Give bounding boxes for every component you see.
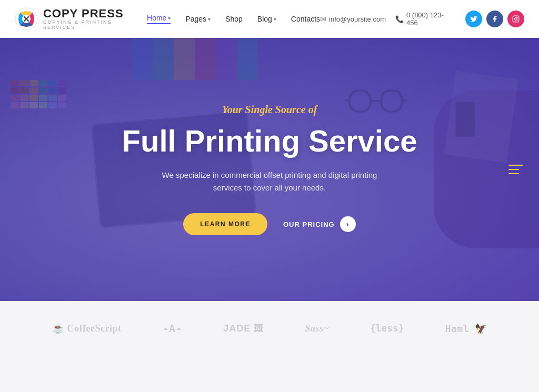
brand-angular: -A- [163, 322, 183, 335]
brand-less: {less} [370, 323, 404, 334]
hero-title: Full Printing Service [122, 124, 417, 158]
logo-main-text: COPY PRESS [43, 7, 147, 20]
hero-menu-lines[interactable] [508, 165, 523, 174]
hero-description: We specialize in commercial offset print… [159, 169, 380, 194]
phone-icon: 📞 [395, 15, 404, 23]
site-header: COPY PRESS COPYING & PRINTING SERVICES H… [0, 0, 539, 38]
email-icon: ✉ [320, 15, 326, 23]
svg-point-6 [515, 18, 517, 21]
menu-line-top [508, 165, 523, 166]
nav-blog[interactable]: Blog ▾ [257, 15, 276, 23]
learn-more-button[interactable]: LEARN MORE [183, 213, 267, 235]
logo[interactable]: COPY PRESS COPYING & PRINTING SERVICES [15, 7, 147, 31]
menu-line-bot [508, 173, 519, 174]
instagram-icon [512, 15, 520, 23]
logo-text: COPY PRESS COPYING & PRINTING SERVICES [43, 7, 147, 31]
header-right: ✉ info@yoursite.com 📞 0 (800) 123-456 [320, 11, 524, 27]
hero-subtitle: Your Single Source of [122, 104, 417, 116]
arrow-circle-icon: › [340, 216, 356, 232]
phone-contact[interactable]: 📞 0 (800) 123-456 [395, 11, 455, 27]
social-icons [465, 11, 524, 27]
brands-strip: ☕ CoffeeScript -A- JADE 🖼 Sass~ {less} H… [0, 301, 539, 356]
brand-jade: JADE 🖼 [223, 323, 264, 334]
facebook-icon [491, 15, 498, 23]
hero-buttons: LEARN MORE OUR PRICING › [122, 213, 417, 235]
svg-point-7 [517, 17, 518, 18]
chevron-down-icon: ▾ [274, 16, 276, 22]
brand-sass: Sass~ [305, 323, 329, 334]
email-contact[interactable]: ✉ info@yoursite.com [320, 15, 386, 23]
coffee-icon: ☕ [52, 323, 64, 334]
hero-section: Your Single Source of Full Printing Serv… [0, 38, 539, 301]
brand-coffeescript: ☕ CoffeeScript [52, 323, 121, 334]
menu-line-mid [508, 169, 519, 170]
nav-contacts[interactable]: Contacts [291, 15, 320, 23]
our-pricing-button[interactable]: OUR PRICING › [283, 216, 356, 232]
twitter-icon [470, 15, 477, 23]
hero-content: Your Single Source of Full Printing Serv… [112, 104, 428, 236]
nav-home[interactable]: Home ▾ [147, 14, 171, 24]
chevron-down-icon: ▾ [168, 15, 171, 21]
instagram-button[interactable] [507, 11, 524, 27]
contact-info: ✉ info@yoursite.com 📞 0 (800) 123-456 [320, 11, 455, 27]
logo-sub-text: COPYING & PRINTING SERVICES [43, 20, 147, 31]
logo-icon [15, 7, 38, 31]
main-nav: Home ▾ Pages ▾ Shop Blog ▾ Contacts [147, 14, 320, 24]
nav-pages[interactable]: Pages ▾ [185, 15, 211, 23]
chevron-down-icon: ▾ [208, 16, 211, 22]
facebook-button[interactable] [486, 11, 503, 27]
svg-rect-5 [513, 16, 519, 22]
brand-haml: Haml 🦅 [445, 323, 487, 334]
twitter-button[interactable] [465, 11, 482, 27]
nav-shop[interactable]: Shop [225, 15, 243, 23]
